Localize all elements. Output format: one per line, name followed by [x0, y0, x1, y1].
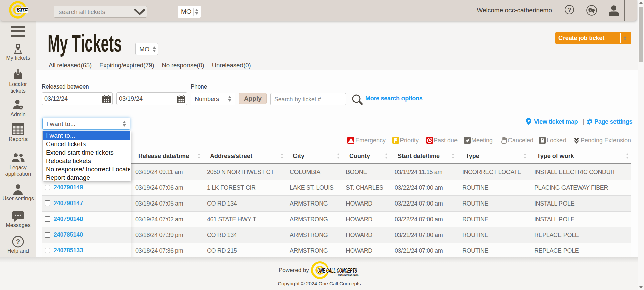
- svg-text:?: ?: [16, 238, 20, 245]
